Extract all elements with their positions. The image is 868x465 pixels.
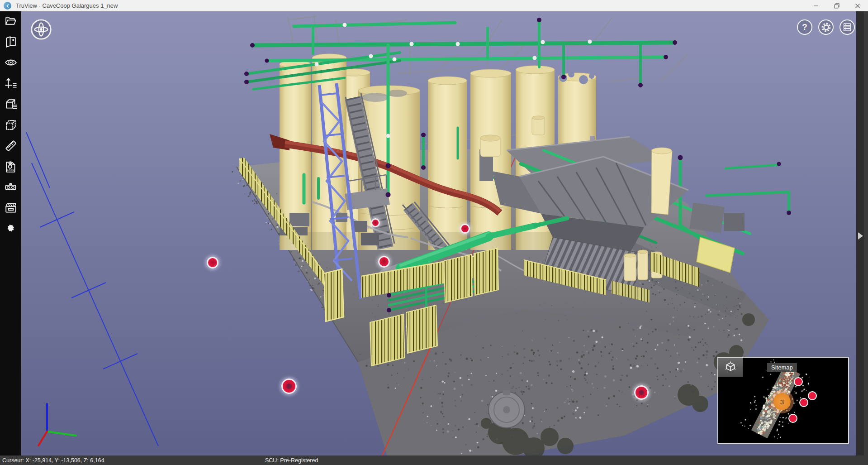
marker-center-dot: [639, 390, 644, 395]
truview-window: ?: [0, 0, 868, 465]
scu-status: SCU: Pre-Registered: [265, 457, 318, 464]
site-panel-button[interactable]: [3, 34, 19, 49]
vr-mode-button[interactable]: [3, 180, 19, 195]
home-view-cube-icon: [724, 361, 737, 374]
close-button[interactable]: [847, 0, 868, 11]
sitemap-label: Sitemap: [767, 363, 797, 372]
right-panel-rail: [864, 11, 868, 455]
sitemap-scan-marker[interactable]: [799, 398, 808, 407]
scan-marker[interactable]: [634, 385, 649, 400]
window-title: TruView - CaveCoop Galargues 1_new: [16, 2, 118, 9]
vr-headset-icon: [4, 181, 17, 194]
scan-list-button[interactable]: [840, 19, 855, 35]
puzzle-icon: [5, 223, 17, 235]
cube-list-icon: [5, 98, 17, 110]
sitemap-home-button[interactable]: [718, 358, 743, 377]
scan-marker[interactable]: [207, 257, 218, 268]
lgsx-export-icon: LGSX: [5, 160, 17, 173]
plugins-button[interactable]: [3, 221, 19, 237]
statusbar: Curseur: X: -25,914, Y: -13,506, Z: 6,16…: [0, 455, 868, 465]
scan-marker[interactable]: [371, 218, 380, 227]
sitemap-scan-marker[interactable]: [808, 391, 817, 400]
scan-list-icon: [843, 23, 852, 32]
hud-buttons: ?: [797, 19, 855, 35]
truview-logo-icon: [4, 2, 11, 10]
axes-icon: [5, 77, 17, 90]
restore-button[interactable]: [826, 0, 847, 11]
eye-icon: [5, 56, 17, 69]
panel-expander-arrow[interactable]: [858, 232, 863, 240]
marker-center-dot: [286, 384, 292, 389]
gear-icon: [821, 23, 831, 32]
right-panel-strip: [856, 11, 868, 455]
coordinate-axes-button[interactable]: [3, 76, 19, 91]
open-project-button[interactable]: [3, 13, 19, 29]
export-lgsx-button[interactable]: LGSX: [3, 159, 19, 174]
limit-box-button[interactable]: [3, 117, 19, 133]
cursor-coordinates: Curseur: X: -25,914, Y: -13,506, Z: 6,16…: [2, 457, 104, 464]
minimize-icon: [813, 3, 819, 9]
measure-button[interactable]: [3, 138, 19, 153]
sitemap-scan-marker[interactable]: [788, 414, 797, 423]
restore-icon: [834, 3, 840, 9]
sitemap-current-position[interactable]: 3: [773, 393, 791, 410]
scan-marker[interactable]: [378, 256, 390, 268]
ruler-icon: [5, 139, 17, 152]
clapperboard-icon: [5, 202, 17, 215]
minimize-button[interactable]: [806, 0, 826, 11]
site-map-icon: [5, 36, 17, 48]
help-icon: ?: [802, 22, 807, 32]
window-controls: [806, 0, 868, 11]
titlebar: TruView - CaveCoop Galargues 1_new: [0, 0, 868, 11]
folder-open-icon: [5, 15, 17, 27]
help-button[interactable]: ?: [797, 19, 812, 35]
view-cube-button[interactable]: [3, 96, 19, 112]
scan-marker[interactable]: [281, 379, 297, 394]
orbit-compass[interactable]: [30, 18, 52, 41]
visibility-button[interactable]: [3, 55, 19, 70]
settings-button[interactable]: [818, 19, 834, 35]
close-icon: [855, 3, 860, 9]
scan-marker[interactable]: [460, 224, 470, 234]
lgsx-label: LGSX: [7, 169, 14, 172]
sitemap-panel: Sitemap 3: [717, 357, 849, 444]
sitemap-scan-marker[interactable]: [794, 377, 803, 386]
dashed-cube-icon: [5, 119, 17, 131]
animation-button[interactable]: [3, 201, 19, 216]
toolbar: LGSX: [0, 11, 21, 455]
